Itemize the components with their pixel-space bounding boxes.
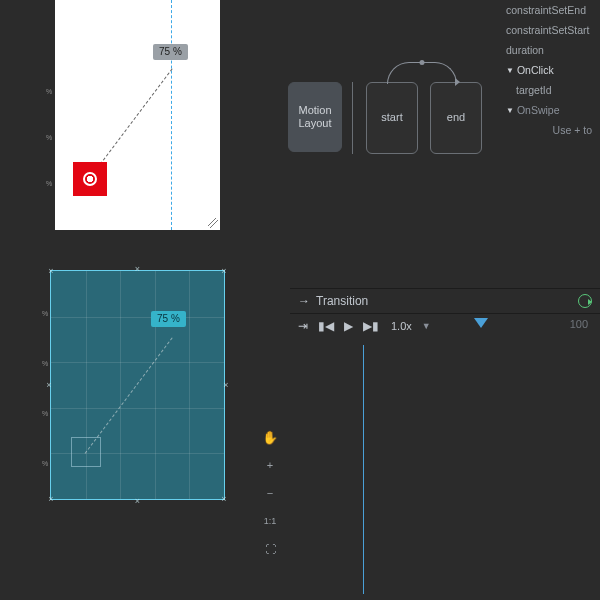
selection-handle-icon[interactable]: × <box>220 267 228 275</box>
selection-handle-icon[interactable]: × <box>134 265 142 273</box>
selection-handle-icon[interactable]: × <box>220 495 228 503</box>
ruler-tick: % <box>46 180 52 187</box>
pan-tool-button[interactable]: ✋ <box>259 426 281 448</box>
blueprint-preview[interactable]: 75 % × × × × × × × × <box>50 270 225 500</box>
step-forward-button[interactable]: ▶▮ <box>363 319 379 333</box>
selection-handle-icon[interactable]: × <box>222 381 230 389</box>
ruler-tick: % <box>42 410 48 417</box>
timeline-track[interactable] <box>298 345 592 594</box>
design-preview-light[interactable]: 75 % <box>55 0 220 230</box>
constraintset-end-node[interactable]: end <box>430 82 482 154</box>
selection-handle-icon[interactable]: × <box>47 267 55 275</box>
zoom-fit-button[interactable]: ⛶ <box>259 538 281 560</box>
chevron-down-icon[interactable]: ▼ <box>422 321 431 331</box>
transition-arrow-icon[interactable] <box>387 62 457 84</box>
guideline-vertical[interactable] <box>171 0 172 230</box>
prop-section-onclick[interactable]: OnClick <box>500 60 600 80</box>
prop-target-id[interactable]: targetId <box>500 80 600 100</box>
zoom-out-button[interactable]: − <box>259 482 281 504</box>
position-badge: 75 % <box>151 311 186 327</box>
constraintset-start-node[interactable]: start <box>366 82 418 154</box>
position-badge: 75 % <box>153 44 188 60</box>
playback-controls: ⇥ ▮◀ ▶ ▶▮ 1.0x ▼ 100 <box>290 314 600 338</box>
play-button[interactable]: ▶ <box>344 319 353 333</box>
divider <box>352 82 353 154</box>
prop-constraintset-end[interactable]: constraintSetEnd <box>500 0 600 20</box>
playhead-marker-icon[interactable] <box>474 318 488 328</box>
ruler-tick: % <box>42 360 48 367</box>
ruler-tick: % <box>42 310 48 317</box>
properties-panel: constraintSetEnd constraintSetStart dura… <box>500 0 600 140</box>
prop-section-onswipe[interactable]: OnSwipe <box>500 100 600 120</box>
target-view-outline[interactable] <box>71 437 101 467</box>
playback-speed[interactable]: 1.0x <box>391 320 412 332</box>
transition-arrow-icon: → <box>298 294 310 308</box>
prop-constraintset-start[interactable]: constraintSetStart <box>500 20 600 40</box>
ruler-tick: % <box>42 460 48 467</box>
ruler-tick: % <box>46 88 52 95</box>
artboard-blueprint: 75 % × × × × × × × × <box>50 270 225 500</box>
motion-scene-graph: Motion Layout start end <box>288 60 498 175</box>
timeline-end-frame: 100 <box>570 318 588 330</box>
view-tools: ✋ + − 1:1 ⛶ <box>258 426 282 560</box>
target-view[interactable] <box>73 162 107 196</box>
selection-handle-icon[interactable]: × <box>47 495 55 503</box>
go-to-start-button[interactable]: ⇥ <box>298 319 308 333</box>
artboard-light: 75 % <box>55 0 220 230</box>
ruler-tick: % <box>46 134 52 141</box>
prop-duration[interactable]: duration <box>500 40 600 60</box>
playhead-line[interactable] <box>363 345 364 594</box>
step-back-button[interactable]: ▮◀ <box>318 319 334 333</box>
zoom-reset-button[interactable]: 1:1 <box>259 510 281 532</box>
resize-grip-icon[interactable] <box>208 218 218 228</box>
timeline-panel: → Transition ⇥ ▮◀ ▶ ▶▮ 1.0x ▼ 100 <box>290 288 600 600</box>
selection-handle-icon[interactable]: × <box>45 381 53 389</box>
selection-handle-icon[interactable]: × <box>134 497 142 505</box>
prop-empty-hint: Use + to <box>500 120 600 140</box>
zoom-in-button[interactable]: + <box>259 454 281 476</box>
timeline-title: Transition <box>316 294 368 308</box>
motion-layout-node[interactable]: Motion Layout <box>288 82 342 152</box>
anchor-handle-icon <box>83 172 97 186</box>
loop-icon[interactable] <box>578 294 592 308</box>
